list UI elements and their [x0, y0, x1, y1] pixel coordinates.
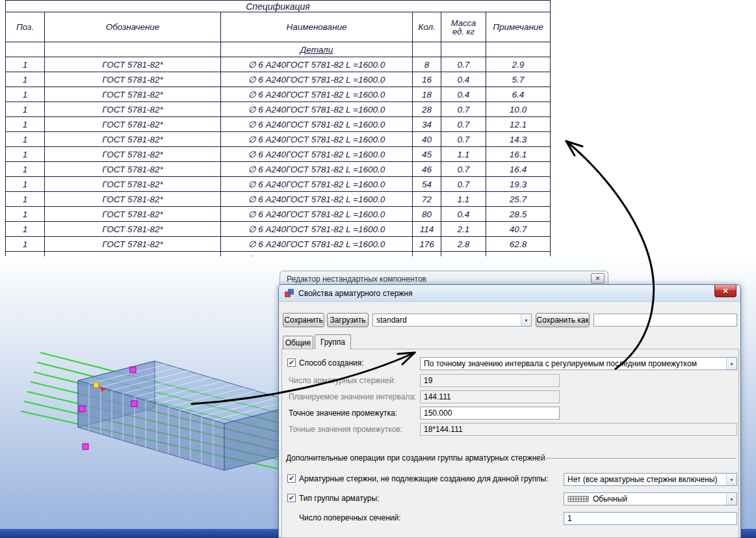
- tab-group[interactable]: Группа: [315, 334, 351, 349]
- cell-naim: ∅ 6 А240ГОСТ 5781-82 L =1600.0: [221, 57, 413, 72]
- tab-general[interactable]: Общие: [283, 336, 313, 349]
- cell-poz: 1: [6, 102, 45, 116]
- save-button[interactable]: Сохранить: [283, 313, 324, 327]
- cell-poz: 1: [6, 207, 45, 221]
- planned-interval-label: Планируемое значение интервала:: [289, 392, 416, 401]
- creation-method-label: Способ создания:: [299, 358, 364, 368]
- cell-naim: ∅ 14 А240ГОСТ 5781-82 L =1100.0: [221, 252, 413, 256]
- cell-oboz: ГОСТ 5781-82*: [45, 57, 221, 72]
- cell-massa: 0.4: [441, 87, 486, 101]
- table-row: 1 ГОСТ 5781-82* ∅ 6 А240ГОСТ 5781-82 L =…: [6, 192, 550, 207]
- cell-kol: 34: [413, 117, 441, 131]
- cell-kol: 16: [413, 72, 441, 87]
- cross-sections-input[interactable]: 1: [564, 512, 737, 525]
- arrow-to-spec-row-head: [566, 141, 582, 155]
- cell-poz: 1: [6, 72, 45, 87]
- cell-oboz: ГОСТ 5781-82*: [45, 87, 221, 101]
- cell-kol: 28: [413, 102, 441, 116]
- cell-prim: 25.7: [486, 192, 550, 206]
- cell-kol: 8: [413, 57, 441, 72]
- cell-naim: ∅ 6 А240ГОСТ 5781-82 L =1600.0: [221, 237, 413, 251]
- check-icon: ✔: [289, 494, 294, 502]
- group-type-combo[interactable]: Обычный ▼: [564, 492, 737, 505]
- preset-name-input[interactable]: [593, 314, 737, 327]
- check-icon: ✔: [289, 475, 294, 482]
- spec-header-kol: Кол.: [413, 12, 441, 42]
- cell-kol: 342: [413, 252, 441, 256]
- creation-method-combo[interactable]: По точному значению интервала с регулиру…: [420, 357, 737, 370]
- spec-header-poz: Поз.: [6, 12, 45, 42]
- load-button[interactable]: Загрузить: [327, 313, 369, 327]
- table-row: 1 ГОСТ 5781-82* ∅ 6 А240ГОСТ 5781-82 L =…: [6, 237, 550, 252]
- excluded-bars-checkbox[interactable]: ✔: [287, 474, 296, 483]
- spec-header-naim: Наименование: [221, 12, 413, 42]
- cell-oboz: ГОСТ 5781-82*: [45, 132, 221, 146]
- exact-spacing-input[interactable]: 150.000: [420, 407, 560, 420]
- bar-count-label: Число арматурных стержней:: [289, 375, 396, 385]
- table-row: 1 ГОСТ 5781-82* ∅ 6 А240ГОСТ 5781-82 L =…: [6, 162, 550, 177]
- cell-poz: 1: [6, 192, 45, 206]
- spec-header-massa-line2: ед. кг: [452, 27, 475, 36]
- cell-kol: 40: [413, 132, 441, 146]
- cell-prim: 62.8: [486, 237, 550, 251]
- preset-combo[interactable]: standard ▼: [372, 314, 532, 327]
- dialog-title: Свойства арматурного стержня: [298, 289, 413, 298]
- group-type-checkbox[interactable]: ✔: [287, 494, 296, 502]
- cell-naim: ∅ 6 А240ГОСТ 5781-82 L =1600.0: [221, 147, 413, 161]
- chevron-down-icon[interactable]: ▼: [726, 358, 736, 370]
- spec-section-row: Детали: [6, 42, 550, 57]
- excluded-bars-combo[interactable]: Нет (все арматурные стержни включены) ▼: [564, 473, 737, 486]
- cell-oboz: ГОСТ 5781-82*: [45, 207, 221, 221]
- chevron-down-icon[interactable]: ▼: [521, 314, 531, 326]
- close-icon[interactable]: ✕: [591, 273, 605, 284]
- close-icon[interactable]: ✕: [714, 285, 736, 297]
- cell-prim: 40.7: [486, 222, 550, 236]
- cell-poz: 1: [6, 132, 45, 146]
- table-row: 1 ГОСТ 5781-82* ∅ 6 А240ГОСТ 5781-82 L =…: [6, 117, 550, 132]
- cell-oboz: ГОСТ 5781-82*: [45, 177, 221, 191]
- table-row: 1 ГОСТ 5781-82* ∅ 14 А240ГОСТ 5781-82 L …: [6, 252, 550, 256]
- cell-massa: 0.7: [441, 177, 486, 191]
- cell-oboz: ГОСТ 5781-82*: [45, 222, 221, 236]
- additional-ops-label: Дополнительные операции при создании гру…: [286, 453, 545, 463]
- component-editor-title[interactable]: Редактор нестандартных компонентов: [287, 275, 426, 284]
- cell-massa: 2.8: [441, 237, 486, 251]
- cell-oboz: ГОСТ 5781-82*: [45, 117, 221, 131]
- rebar-properties-dialog: Свойства арматурного стержня ✕ Сохранить…: [278, 284, 741, 538]
- table-row: 1 ГОСТ 5781-82* ∅ 6 А240ГОСТ 5781-82 L =…: [6, 207, 550, 222]
- cell-naim: ∅ 6 А240ГОСТ 5781-82 L =1600.0: [221, 72, 413, 87]
- cell-massa: 0.7: [441, 102, 486, 116]
- cell-oboz: ГОСТ 5781-82*: [45, 102, 221, 116]
- chevron-down-icon[interactable]: ▼: [726, 474, 736, 485]
- exact-spacing-label: Точное значение промежутка:: [289, 408, 397, 418]
- spec-header-massa-line1: Масса: [451, 19, 476, 27]
- save-as-button[interactable]: Сохранить как: [536, 313, 590, 327]
- cell-kol: 176: [413, 237, 441, 251]
- cell-massa: 0.7: [441, 132, 486, 146]
- check-icon: ✔: [289, 359, 294, 366]
- dialog-titlebar[interactable]: Свойства арматурного стержня ✕: [279, 285, 740, 302]
- cell-massa: 0.7: [441, 162, 486, 176]
- creation-method-checkbox[interactable]: ✔: [287, 358, 296, 367]
- specification-table: Спецификация Поз. Обозначение Наименован…: [5, 0, 551, 256]
- table-row: 1 ГОСТ 5781-82* ∅ 6 А240ГОСТ 5781-82 L =…: [6, 102, 550, 117]
- spec-header-row: Поз. Обозначение Наименование Кол. Масса…: [6, 12, 550, 42]
- spec-header-oboz: Обозначение: [45, 12, 221, 42]
- concrete-beam[interactable]: [78, 361, 301, 470]
- chevron-down-icon[interactable]: ▼: [726, 493, 736, 505]
- cell-oboz: ГОСТ 5781-82*: [45, 147, 221, 161]
- cell-massa: 1.1: [441, 192, 486, 206]
- cell-massa: 2.1: [441, 222, 486, 236]
- creation-method-value: По точному значению интервала с регулиру…: [424, 359, 697, 368]
- cell-prim: 6.4: [486, 87, 550, 101]
- cell-massa: 0.7: [441, 57, 486, 72]
- cell-poz: 1: [6, 147, 45, 161]
- cell-prim: 16.1: [486, 147, 550, 161]
- spec-header-prim: Примечание: [486, 12, 550, 42]
- cell-oboz: ГОСТ 5781-82*: [45, 237, 221, 251]
- cell-naim: ∅ 6 А240ГОСТ 5781-82 L =1600.0: [221, 132, 413, 146]
- cell-prim: 111.3: [486, 252, 550, 256]
- cell-poz: 1: [6, 177, 45, 191]
- cell-poz: 1: [6, 57, 45, 72]
- cell-kol: 18: [413, 87, 441, 101]
